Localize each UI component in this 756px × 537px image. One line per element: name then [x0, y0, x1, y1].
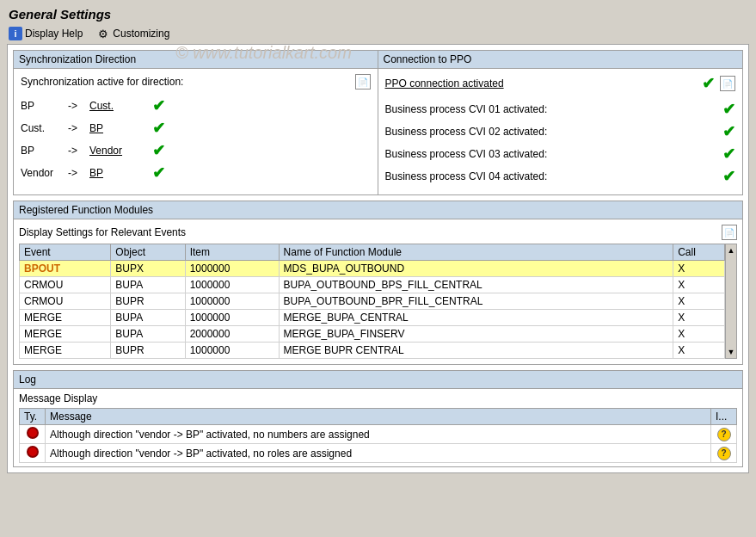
ppo-main-label: PPO connection activated	[385, 77, 696, 90]
func-doc-icon[interactable]: 📄	[722, 225, 737, 240]
list-item: Although direction "vendor -> BP" activa…	[20, 444, 737, 463]
main-window: General Settings i Display Help ⚙ Custom…	[0, 0, 756, 537]
sync-from: Cust.	[21, 122, 68, 134]
message-table-body: Although direction "vendor -> BP" activa…	[20, 425, 737, 463]
ppo-main-row: PPO connection activated ✔ 📄	[385, 74, 736, 93]
ppo-row-check: ✔	[722, 122, 735, 141]
table-cell: 1000000	[185, 261, 279, 277]
customizing-button[interactable]: ⚙ Customizing	[96, 27, 169, 40]
sync-arrow: ->	[68, 145, 89, 157]
ppo-row-check: ✔	[722, 145, 735, 164]
table-cell: MERGE_BUPA_CENTRAL	[279, 310, 673, 326]
ppo-row: Business process CVI 04 activated: ✔	[385, 167, 736, 186]
table-cell: BUPR	[111, 293, 185, 310]
sync-section-body: Synchronization active for direction: 📄 …	[14, 69, 378, 191]
sync-section: Synchronization Direction Synchronizatio…	[14, 51, 378, 194]
msg-type-cell	[20, 425, 46, 444]
display-help-button[interactable]: i Display Help	[9, 27, 83, 40]
func-table-scrollbar[interactable]: ▲ ▼	[725, 244, 737, 359]
ppo-row-label: Business process CVI 02 activated:	[385, 126, 716, 138]
ppo-main-check: ✔	[702, 74, 715, 93]
help-icon[interactable]: ?	[717, 447, 731, 460]
col-ty: Ty.	[20, 409, 46, 425]
sync-check: ✔	[152, 96, 165, 115]
error-icon	[27, 446, 39, 458]
sync-row: BP -> Cust. ✔	[21, 96, 371, 115]
msg-text-cell: Although direction "vendor -> BP" activa…	[46, 444, 711, 463]
func-section-body: Display Settings for Relevant Events 📄 E…	[14, 219, 742, 364]
table-cell: X	[673, 261, 725, 277]
table-cell: BUPA	[111, 326, 185, 343]
display-settings-header: Display Settings for Relevant Events 📄	[19, 225, 737, 240]
ppo-section: Connection to PPO PPO connection activat…	[378, 51, 743, 194]
func-col-header: Event	[20, 244, 111, 261]
help-icon[interactable]: ?	[717, 428, 731, 441]
col-message: Message	[46, 409, 711, 425]
table-cell: BUPA_OUTBOUND_BPR_FILL_CENTRAL	[279, 293, 673, 310]
table-cell: X	[673, 310, 725, 326]
sync-active-label: Synchronization active for direction: 📄	[21, 74, 371, 90]
func-table-wrapper: EventObjectItemName of Function ModuleCa…	[19, 244, 725, 359]
main-content-area: Synchronization Direction Synchronizatio…	[7, 44, 749, 473]
sync-check: ✔	[152, 164, 165, 182]
customizing-icon: ⚙	[96, 27, 110, 40]
table-cell: 1000000	[185, 293, 279, 310]
func-col-header: Item	[185, 244, 279, 261]
func-section-title: Registered Function Modules	[14, 201, 742, 219]
top-sections: Synchronization Direction Synchronizatio…	[13, 50, 743, 195]
customizing-label: Customizing	[113, 28, 169, 40]
ppo-doc-icon[interactable]: 📄	[720, 76, 735, 91]
table-row: MERGEBUPA1000000MERGE_BUPA_CENTRALX	[20, 310, 725, 326]
table-cell: BUPX	[111, 261, 185, 277]
table-cell: BUPA	[111, 277, 185, 293]
table-cell: MERGE	[20, 326, 111, 343]
scroll-down-icon[interactable]: ▼	[728, 348, 735, 356]
table-cell: 2000000	[185, 326, 279, 343]
table-cell: BUPR	[111, 343, 185, 359]
func-col-header: Name of Function Module	[279, 244, 673, 261]
table-cell: X	[673, 343, 725, 359]
table-cell: 1000000	[185, 277, 279, 293]
sync-from: BP	[21, 145, 68, 157]
table-cell: 1000000	[185, 343, 279, 359]
sync-row: Vendor -> BP ✔	[21, 164, 371, 182]
msg-table-header: Ty. Message I...	[20, 409, 737, 425]
func-col-header: Object	[111, 244, 185, 261]
scroll-up-icon[interactable]: ▲	[728, 246, 735, 255]
log-section-title: Log	[14, 371, 742, 389]
table-cell: MERGE_BUPA_FINSERV	[279, 326, 673, 343]
msg-text-cell: Although direction "vendor -> BP" activa…	[46, 425, 711, 444]
table-cell: BUPA	[111, 310, 185, 326]
table-cell: 1000000	[185, 310, 279, 326]
table-cell: MERGE	[20, 310, 111, 326]
table-cell: MDS_BUPA_OUTBOUND	[279, 261, 673, 277]
ppo-section-body: PPO connection activated ✔ 📄 Business pr…	[378, 69, 743, 194]
sync-to: BP	[89, 167, 145, 179]
table-row: CRMOUBUPR1000000BUPA_OUTBOUND_BPR_FILL_C…	[20, 293, 725, 310]
sync-active-text: Synchronization active for direction:	[21, 76, 183, 88]
func-col-header: Call	[673, 244, 725, 261]
func-table-header: EventObjectItemName of Function ModuleCa…	[20, 244, 725, 261]
display-help-label: Display Help	[25, 28, 83, 40]
message-display-label: Message Display	[19, 392, 737, 404]
func-table: EventObjectItemName of Function ModuleCa…	[19, 244, 725, 359]
table-row: MERGEBUPR1000000MERGE BUPR CENTRALX	[20, 343, 725, 359]
col-i: I...	[711, 409, 737, 425]
table-cell: X	[673, 326, 725, 343]
page-title: General Settings	[3, 3, 753, 25]
table-cell: X	[673, 277, 725, 293]
msg-info-cell: ?	[711, 425, 737, 444]
table-cell: CRMOU	[20, 277, 111, 293]
log-section: Log Message Display Ty. Message I... Alt…	[13, 370, 743, 467]
sync-to: Vendor	[89, 145, 145, 157]
sync-doc-icon[interactable]: 📄	[355, 74, 371, 90]
log-section-body: Message Display Ty. Message I... Althoug…	[14, 389, 742, 466]
table-cell: BUPA_OUTBOUND_BPS_FILL_CENTRAL	[279, 277, 673, 293]
table-row: MERGEBUPA2000000MERGE_BUPA_FINSERVX	[20, 326, 725, 343]
display-settings-label: Display Settings for Relevant Events	[19, 226, 186, 238]
func-table-body: BPOUTBUPX1000000MDS_BUPA_OUTBOUNDXCRMOUB…	[20, 261, 725, 359]
ppo-row: Business process CVI 01 activated: ✔	[385, 100, 736, 119]
ppo-row-label: Business process CVI 01 activated:	[385, 103, 716, 115]
table-cell: X	[673, 293, 725, 310]
msg-type-cell	[20, 444, 46, 463]
